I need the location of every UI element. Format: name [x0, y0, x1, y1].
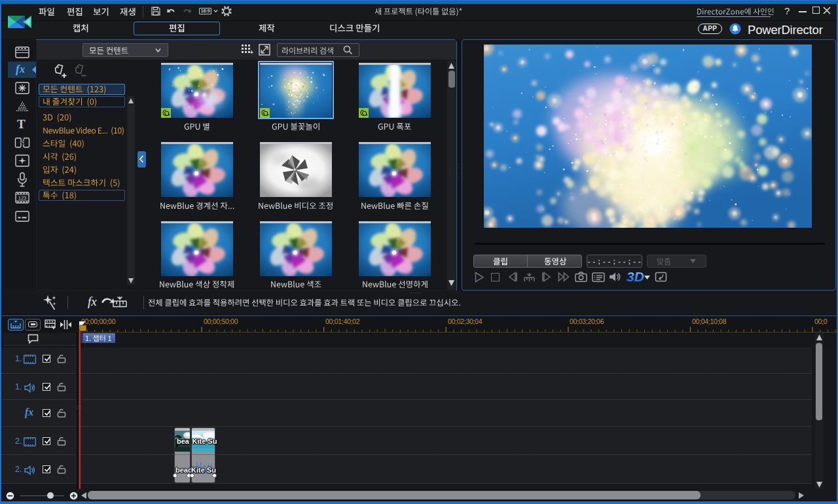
svg-text:123: 123: [18, 195, 27, 201]
svg-text:3D: 3D: [627, 269, 644, 284]
